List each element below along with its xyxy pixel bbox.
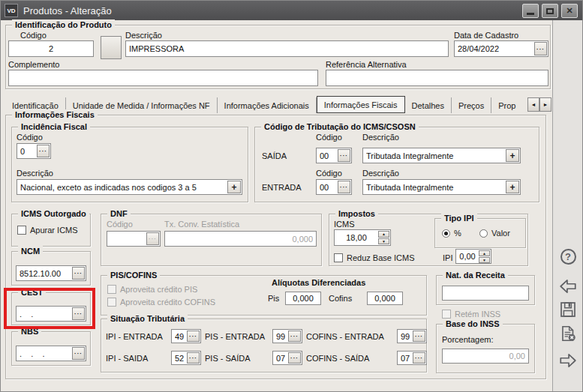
codigo-input[interactable] [10,42,92,55]
ellipsis-icon[interactable]: ··· [413,352,425,364]
descricao-input[interactable] [127,42,447,55]
data-cadastro-input[interactable] [455,42,533,55]
tab-informacoes-adicionais[interactable]: Informações Adicionais [218,97,317,113]
pis-saida-input[interactable] [274,352,287,364]
pis-entrada-input[interactable] [274,331,287,342]
cofins-saida-input[interactable] [398,352,412,364]
save-floppy-icon [558,300,578,319]
entrada-codigo-input[interactable] [317,181,337,193]
ellipsis-icon[interactable]: ··· [187,331,200,342]
nat-receita-input[interactable] [443,287,527,299]
ellipsis-icon[interactable]: ··· [72,307,85,320]
radio-label: Valor [491,229,510,238]
ellipsis-icon[interactable]: ··· [187,352,200,364]
entrada-descricao-combo: + [362,179,521,195]
previous-record-button[interactable] [557,276,578,297]
apurar-icms-checkbox[interactable]: Apurar ICMS [17,226,78,235]
spin-down-icon[interactable]: ▼ [378,238,389,245]
cofins-aliquota-input[interactable] [368,293,401,304]
checkbox-icon [17,226,26,235]
ncm-input[interactable] [17,267,71,280]
group-caption: Tipo IPI [441,213,477,223]
spin-up-icon[interactable]: ▲ [479,250,490,256]
combo-open-icon[interactable]: + [227,181,241,193]
close-button[interactable]: ✕ [561,4,578,18]
checkbox-label: Retém INSS [455,310,500,319]
tipo-ipi-valor-radio[interactable]: Valor [479,229,510,238]
ipi-entrada-label: IPI - ENTRADA [106,332,163,341]
checkbox-label: Reduz Base ICMS [347,253,414,262]
ellipsis-icon[interactable]: ··· [338,181,350,193]
dnf-codigo-label: Código [107,220,133,229]
pis-entrada-field: ··· [272,329,302,343]
saida-descricao-combo: + [362,148,521,163]
referencia-label: Referência Alternativa [326,60,407,69]
cancel-record-button[interactable] [557,323,578,344]
tab-precos[interactable]: Preços [452,97,491,113]
saida-descricao-input[interactable] [364,149,505,162]
next-record-button[interactable] [557,350,578,371]
tab-scroll-right-button[interactable]: ► [539,97,551,112]
spinner: ▲ ▼ [479,250,490,262]
tab-scroll-left-button[interactable]: ◄ [527,97,539,112]
ipi-entrada-input[interactable] [173,331,186,342]
ellipsis-icon[interactable]: ··· [72,347,85,360]
reduz-base-icms-checkbox[interactable]: Reduz Base ICMS [334,253,414,262]
tipo-ipi-percent-radio[interactable]: % [442,229,461,238]
ellipsis-icon[interactable]: ··· [72,267,85,280]
group-caption: ICMS Outorgado [18,208,89,219]
incidencia-descricao-combo: + [17,179,242,195]
radio-dot [444,232,448,235]
checkbox-label: Apurar ICMS [30,226,78,235]
complemento-label: Complemento [8,60,59,69]
icms-input[interactable] [335,231,377,244]
maximize-button[interactable] [542,4,558,18]
codigo-lookup-button[interactable] [101,36,122,59]
incidencia-descricao-input[interactable] [18,181,227,193]
ipi-entrada-field: ··· [171,329,201,343]
pis-entrada-label: PIS - ENTRADA [205,332,265,341]
spin-down-icon[interactable]: ▼ [479,257,490,263]
ellipsis-icon[interactable]: ··· [413,331,425,342]
dnf-tx-label: Tx. Conv. Estatística [164,220,239,229]
combo-open-icon[interactable]: + [506,181,519,193]
minimize-button[interactable] [522,4,539,18]
data-cadastro-field: ··· [454,40,548,57]
ellipsis-icon[interactable]: ··· [338,149,350,162]
combo-open-icon[interactable]: + [506,149,519,162]
complemento-input[interactable] [10,71,317,85]
aproveita-credito-cofins-checkbox: Aproveita crédito COFINS [107,298,215,307]
aproveita-credito-pis-checkbox: Aproveita crédito PIS [107,285,197,294]
entrada-descricao-input[interactable] [364,181,505,193]
group-caption: NCM [18,246,43,256]
group-caption: Situação Tributária [107,313,188,324]
tab-detalhes[interactable]: Detalhes [405,97,452,113]
referencia-input[interactable] [327,71,547,85]
radio-icon [479,229,488,238]
group-caption: Impostos [335,208,378,219]
incidencia-codigo-input[interactable] [18,145,36,157]
pis-aliquota-input[interactable] [287,293,320,304]
ellipsis-icon: ··· [146,232,159,245]
arrow-right-icon: ► [543,102,548,107]
ellipsis-icon[interactable]: ··· [37,145,50,157]
saida-codigo-input[interactable] [317,149,337,162]
tab-informacoes-fiscais[interactable]: Informações Fiscais [317,96,405,113]
ellipsis-icon[interactable]: ··· [288,352,301,364]
ipi-saida-input[interactable] [173,352,186,364]
nbs-input[interactable] [17,347,71,360]
save-button[interactable] [557,299,578,320]
spin-up-icon[interactable]: ▲ [378,231,389,238]
ellipsis-icon[interactable]: ··· [288,331,301,342]
cofins-entrada-input[interactable] [398,331,412,342]
tab-propriedades[interactable]: Prop [491,97,522,113]
pis-saida-field: ··· [272,351,302,365]
ipi-input[interactable] [457,250,478,262]
descricao-field [125,40,449,57]
porcentagem-field [442,349,529,364]
entrada-descricao-label: Descrição [362,169,399,178]
help-button[interactable]: ? [557,246,578,267]
cest-input[interactable] [17,307,71,320]
situacao-tributaria-group: Situação Tributária [101,319,427,373]
date-picker-icon[interactable]: ··· [534,42,547,55]
